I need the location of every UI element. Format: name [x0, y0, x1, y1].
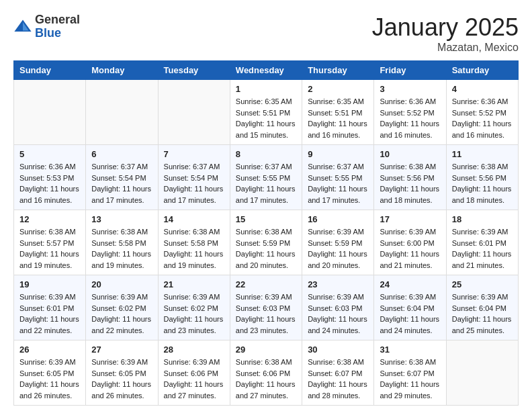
- day-info: Sunrise: 6:37 AMSunset: 5:55 PMDaylight:…: [308, 161, 368, 205]
- calendar-week-row: 26Sunrise: 6:39 AMSunset: 6:05 PMDayligh…: [14, 340, 519, 406]
- day-number: 15: [236, 214, 296, 224]
- calendar-cell: 2Sunrise: 6:35 AMSunset: 5:51 PMDaylight…: [302, 80, 374, 145]
- day-info: Sunrise: 6:39 AMSunset: 6:03 PMDaylight:…: [236, 291, 296, 336]
- day-number: 13: [91, 214, 152, 224]
- calendar-cell: 16Sunrise: 6:39 AMSunset: 5:59 PMDayligh…: [302, 210, 374, 275]
- calendar-cell: 15Sunrise: 6:38 AMSunset: 5:59 PMDayligh…: [230, 210, 302, 275]
- day-of-week-header: Saturday: [446, 61, 518, 80]
- calendar-cell: 7Sunrise: 6:37 AMSunset: 5:54 PMDaylight…: [158, 145, 230, 210]
- day-info: Sunrise: 6:39 AMSunset: 6:01 PMDaylight:…: [19, 291, 80, 336]
- day-number: 24: [380, 279, 440, 289]
- calendar-cell: 17Sunrise: 6:39 AMSunset: 6:00 PMDayligh…: [374, 210, 446, 275]
- logo: General Blue: [13, 13, 80, 40]
- day-info: Sunrise: 6:36 AMSunset: 5:53 PMDaylight:…: [19, 161, 80, 205]
- day-of-week-header: Thursday: [302, 61, 374, 80]
- day-info: Sunrise: 6:39 AMSunset: 6:06 PMDaylight:…: [164, 357, 224, 401]
- day-info: Sunrise: 6:38 AMSunset: 6:07 PMDaylight:…: [380, 357, 440, 401]
- calendar-cell: 11Sunrise: 6:38 AMSunset: 5:56 PMDayligh…: [446, 145, 518, 210]
- day-of-week-header: Wednesday: [230, 61, 302, 80]
- calendar-cell: [14, 80, 86, 145]
- day-number: 29: [236, 345, 296, 355]
- day-number: 10: [380, 149, 440, 159]
- day-number: 4: [452, 84, 513, 94]
- day-number: 17: [380, 214, 440, 224]
- day-of-week-header: Monday: [86, 61, 158, 80]
- day-number: 25: [452, 279, 513, 289]
- day-number: 3: [380, 84, 440, 94]
- day-info: Sunrise: 6:36 AMSunset: 5:52 PMDaylight:…: [380, 96, 440, 140]
- calendar-cell: 19Sunrise: 6:39 AMSunset: 6:01 PMDayligh…: [14, 275, 86, 340]
- day-number: 18: [452, 214, 513, 224]
- logo-general: General: [35, 13, 80, 26]
- day-info: Sunrise: 6:38 AMSunset: 5:56 PMDaylight:…: [452, 161, 513, 205]
- day-of-week-header: Friday: [374, 61, 446, 80]
- day-info: Sunrise: 6:39 AMSunset: 5:59 PMDaylight:…: [308, 226, 368, 271]
- day-info: Sunrise: 6:39 AMSunset: 6:03 PMDaylight:…: [308, 291, 368, 336]
- day-info: Sunrise: 6:39 AMSunset: 6:04 PMDaylight:…: [380, 291, 440, 336]
- title-block: January 2025 Mazatan, Mexico: [372, 13, 519, 54]
- day-info: Sunrise: 6:37 AMSunset: 5:55 PMDaylight:…: [236, 161, 296, 205]
- day-number: 23: [308, 279, 368, 289]
- calendar-week-row: 5Sunrise: 6:36 AMSunset: 5:53 PMDaylight…: [14, 145, 519, 210]
- calendar-cell: 24Sunrise: 6:39 AMSunset: 6:04 PMDayligh…: [374, 275, 446, 340]
- day-info: Sunrise: 6:37 AMSunset: 5:54 PMDaylight:…: [164, 161, 224, 205]
- day-number: 30: [308, 345, 368, 355]
- calendar-cell: [446, 340, 518, 406]
- day-number: 14: [164, 214, 224, 224]
- calendar-table: SundayMondayTuesdayWednesdayThursdayFrid…: [13, 60, 519, 406]
- day-info: Sunrise: 6:39 AMSunset: 6:05 PMDaylight:…: [19, 357, 80, 401]
- calendar-cell: 3Sunrise: 6:36 AMSunset: 5:52 PMDaylight…: [374, 80, 446, 145]
- day-number: 20: [91, 279, 152, 289]
- day-number: 19: [19, 279, 80, 289]
- day-number: 21: [164, 279, 224, 289]
- calendar-cell: [158, 80, 230, 145]
- calendar-cell: 27Sunrise: 6:39 AMSunset: 6:05 PMDayligh…: [86, 340, 158, 406]
- calendar-week-row: 12Sunrise: 6:38 AMSunset: 5:57 PMDayligh…: [14, 210, 519, 275]
- calendar-cell: 25Sunrise: 6:39 AMSunset: 6:04 PMDayligh…: [446, 275, 518, 340]
- day-info: Sunrise: 6:39 AMSunset: 6:02 PMDaylight:…: [164, 291, 224, 336]
- day-info: Sunrise: 6:38 AMSunset: 6:07 PMDaylight:…: [308, 357, 368, 401]
- calendar-cell: 12Sunrise: 6:38 AMSunset: 5:57 PMDayligh…: [14, 210, 86, 275]
- day-info: Sunrise: 6:38 AMSunset: 5:59 PMDaylight:…: [236, 226, 296, 271]
- day-of-week-header: Tuesday: [158, 61, 230, 80]
- day-number: 12: [19, 214, 80, 224]
- calendar-cell: 4Sunrise: 6:36 AMSunset: 5:52 PMDaylight…: [446, 80, 518, 145]
- day-info: Sunrise: 6:38 AMSunset: 5:58 PMDaylight:…: [164, 226, 224, 271]
- day-info: Sunrise: 6:39 AMSunset: 6:05 PMDaylight:…: [91, 357, 152, 401]
- day-info: Sunrise: 6:38 AMSunset: 5:58 PMDaylight:…: [91, 226, 152, 271]
- calendar-cell: 22Sunrise: 6:39 AMSunset: 6:03 PMDayligh…: [230, 275, 302, 340]
- day-number: 26: [19, 345, 80, 355]
- calendar-cell: 30Sunrise: 6:38 AMSunset: 6:07 PMDayligh…: [302, 340, 374, 406]
- day-number: 6: [91, 149, 152, 159]
- logo-text: General Blue: [35, 13, 80, 40]
- day-info: Sunrise: 6:39 AMSunset: 6:01 PMDaylight:…: [452, 226, 513, 271]
- day-of-week-header: Sunday: [14, 61, 86, 80]
- day-number: 8: [236, 149, 296, 159]
- calendar-cell: 28Sunrise: 6:39 AMSunset: 6:06 PMDayligh…: [158, 340, 230, 406]
- calendar-cell: 1Sunrise: 6:35 AMSunset: 5:51 PMDaylight…: [230, 80, 302, 145]
- day-info: Sunrise: 6:39 AMSunset: 6:04 PMDaylight:…: [452, 291, 513, 336]
- day-number: 28: [164, 345, 224, 355]
- logo-icon: [13, 17, 32, 36]
- day-info: Sunrise: 6:39 AMSunset: 6:00 PMDaylight:…: [380, 226, 440, 271]
- day-info: Sunrise: 6:38 AMSunset: 5:56 PMDaylight:…: [380, 161, 440, 205]
- calendar-cell: 9Sunrise: 6:37 AMSunset: 5:55 PMDaylight…: [302, 145, 374, 210]
- logo-blue: Blue: [35, 26, 61, 40]
- day-info: Sunrise: 6:39 AMSunset: 6:02 PMDaylight:…: [91, 291, 152, 336]
- day-info: Sunrise: 6:36 AMSunset: 5:52 PMDaylight:…: [452, 96, 513, 140]
- day-number: 9: [308, 149, 368, 159]
- calendar-header-row: SundayMondayTuesdayWednesdayThursdayFrid…: [14, 61, 519, 80]
- calendar-cell: 5Sunrise: 6:36 AMSunset: 5:53 PMDaylight…: [14, 145, 86, 210]
- calendar-cell: 21Sunrise: 6:39 AMSunset: 6:02 PMDayligh…: [158, 275, 230, 340]
- day-number: 22: [236, 279, 296, 289]
- day-info: Sunrise: 6:37 AMSunset: 5:54 PMDaylight:…: [91, 161, 152, 205]
- day-number: 2: [308, 84, 368, 94]
- location: Mazatan, Mexico: [372, 42, 519, 54]
- day-number: 5: [19, 149, 80, 159]
- calendar-cell: 31Sunrise: 6:38 AMSunset: 6:07 PMDayligh…: [374, 340, 446, 406]
- calendar-cell: 13Sunrise: 6:38 AMSunset: 5:58 PMDayligh…: [86, 210, 158, 275]
- calendar-cell: 23Sunrise: 6:39 AMSunset: 6:03 PMDayligh…: [302, 275, 374, 340]
- calendar-cell: 18Sunrise: 6:39 AMSunset: 6:01 PMDayligh…: [446, 210, 518, 275]
- day-info: Sunrise: 6:38 AMSunset: 5:57 PMDaylight:…: [19, 226, 80, 271]
- calendar-cell: 10Sunrise: 6:38 AMSunset: 5:56 PMDayligh…: [374, 145, 446, 210]
